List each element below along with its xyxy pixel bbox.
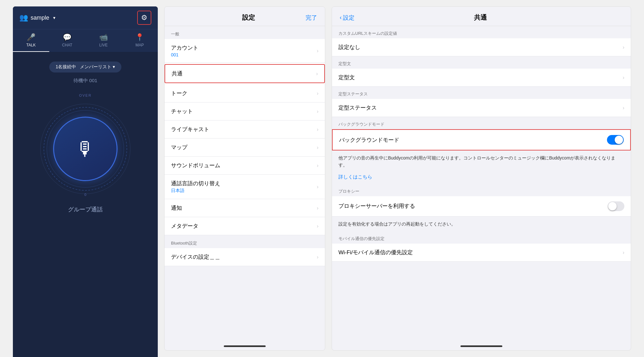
bluetooth-list: デバイスの設定＿＿ › [165,248,325,266]
account-label: アカウント [171,44,198,52]
settings-item-account[interactable]: アカウント 001 › [165,39,325,63]
talk-navigation: 🎤 TALK 💬 CHAT 📹 LIVE 📍 MAP [13,29,158,52]
common-content: 共通 [172,70,183,77]
member-list-label: メンバーリスト [80,64,111,69]
status-text: 待機中 001 [73,78,97,84]
common-panel: ‹ 設定 共通 カスタムURLスキームの設定値 設定なし › 定型文 定型文 ›… [332,6,631,351]
map-chevron-icon: › [317,145,318,150]
proxy-desc: 設定を有効化する場合はアプリの再起動をしてください。 [332,217,631,231]
tab-map-label: MAP [136,43,144,47]
tab-talk-label: TALK [26,43,36,47]
wifi-mobile-label: Wi-Fi/モバイル通信の優先設定 [338,249,623,256]
common-scroll[interactable]: カスタムURLスキームの設定値 設定なし › 定型文 定型文 › 定型ステータス… [332,26,631,342]
zero-label: 0 [84,193,86,197]
avatar-icon: 👥 [19,14,28,22]
background-mode-toggle[interactable] [607,135,624,145]
settings-item-common[interactable]: 共通 › [165,64,325,83]
notifications-chevron-icon: › [317,205,318,211]
settings-item-talk[interactable]: トーク › [165,84,325,102]
language-chevron-icon: › [317,184,318,190]
background-link[interactable]: 詳しくはこちら [332,173,631,184]
settings-home-indicator [224,345,266,347]
section-general-label: 一般 [165,26,325,39]
settings-title: 設定 [192,13,306,22]
livecast-label: ライブキャスト [171,126,209,133]
settings-item-metadata[interactable]: メタデータ › [165,217,325,235]
common-home-indicator [460,345,502,347]
back-label: 設定 [343,14,355,22]
language-label: 通話言語の切り替え [171,180,220,187]
metadata-label: メタデータ [171,222,198,230]
device-chevron-icon: › [317,254,318,260]
mic-container: 🎙 0 [40,104,130,194]
template-label: 定型文 [338,74,623,81]
talk-chevron-icon: › [317,91,318,96]
tab-chat[interactable]: 💬 CHAT [49,29,86,52]
section-template-label: 定型文 [332,56,631,69]
livecast-chevron-icon: › [317,127,318,132]
no-setting-label: 設定なし [338,43,623,51]
settings-done-button[interactable]: 完了 [306,14,317,22]
account-sub: 001 [171,52,198,57]
map-nav-icon: 📍 [135,33,144,42]
settings-item-sound[interactable]: サウンドボリューム › [165,157,325,175]
settings-panel: 設定 完了 一般 アカウント 001 › 共通 › トーク [164,6,325,351]
common-page-title: 共通 [474,13,487,22]
account-chevron-icon: › [317,48,318,54]
chat-chevron-icon: › [317,109,318,114]
settings-item-chat[interactable]: チャット › [165,102,325,121]
mic-button[interactable]: 🎙 [53,117,118,181]
common-chevron-icon: › [316,71,318,77]
common-item-template-status[interactable]: 定型ステータス › [332,99,631,117]
sound-label: サウンドボリューム [171,162,220,169]
tab-live-label: LIVE [99,43,108,47]
section-template-status-label: 定型ステータス [332,87,631,99]
device-label: デバイスの設定＿＿ [171,253,220,261]
common-item-no-setting[interactable]: 設定なし › [332,38,631,56]
background-desc: 他アプリの音の再生中にBuddycomの利用が可能になります。コントロールセンタ… [332,150,631,173]
tab-chat-label: CHAT [62,43,72,47]
common-item-wifi-mobile[interactable]: Wi-Fi/モバイル通信の優先設定 › [332,244,631,262]
common-item-proxy[interactable]: プロキシーサーバーを利用する [332,196,631,217]
chat-label: チャット [171,108,193,115]
metadata-chevron-icon: › [317,223,318,229]
section-custom-url-label: カスタムURLスキームの設定値 [332,26,631,38]
sound-chevron-icon: › [317,163,318,169]
user-info[interactable]: 👥 sample ▾ [19,14,55,22]
chat-nav-icon: 💬 [63,33,71,42]
template-status-label: 定型ステータス [338,104,623,111]
settings-scroll[interactable]: 一般 アカウント 001 › 共通 › トーク › [165,26,325,342]
settings-item-language[interactable]: 通話言語の切り替え 日本語 › [165,175,325,199]
mic-nav-icon: 🎤 [27,33,35,42]
section-mobile-label: モバイル通信の優先設定 [332,231,631,244]
settings-item-device[interactable]: デバイスの設定＿＿ › [165,248,325,266]
tab-talk[interactable]: 🎤 TALK [13,29,49,52]
settings-button[interactable]: ⚙ [137,11,151,25]
video-nav-icon: 📹 [99,33,108,42]
talk-panel: 👥 sample ▾ ⚙ 🎤 TALK 💬 CHAT 📹 LIVE 📍 MAP … [13,6,158,357]
proxy-toggle[interactable] [608,201,624,211]
member-count: 1名接続中 [56,64,76,70]
settings-item-livecast[interactable]: ライブキャスト › [165,121,325,139]
no-setting-chevron-icon: › [623,44,624,50]
common-item-template[interactable]: 定型文 › [332,69,631,87]
map-label: マップ [171,144,187,151]
section-proxy-label: プロキシー [332,184,631,196]
settings-item-notifications[interactable]: 通知 › [165,199,325,217]
talk-label: トーク [171,90,187,97]
wifi-mobile-chevron-icon: › [623,250,624,256]
common-header: ‹ 設定 共通 [332,7,631,26]
common-item-background-mode[interactable]: バックグラウンドモード [332,129,631,150]
microphone-icon: 🎙 [76,138,95,160]
section-bluetooth-label: Bluetooth設定 [165,235,325,248]
language-sub: 日本語 [171,188,220,194]
common-label: 共通 [172,70,183,77]
tab-live[interactable]: 📹 LIVE [85,29,122,52]
settings-header: 設定 完了 [165,7,325,26]
back-button[interactable]: ‹ 設定 [340,14,355,22]
language-content: 通話言語の切り替え 日本語 [171,180,220,194]
member-bar[interactable]: 1名接続中 メンバーリスト ▾ [49,62,122,72]
settings-item-map[interactable]: マップ › [165,139,325,157]
member-list-button[interactable]: メンバーリスト ▾ [80,64,115,70]
tab-map[interactable]: 📍 MAP [122,29,158,52]
